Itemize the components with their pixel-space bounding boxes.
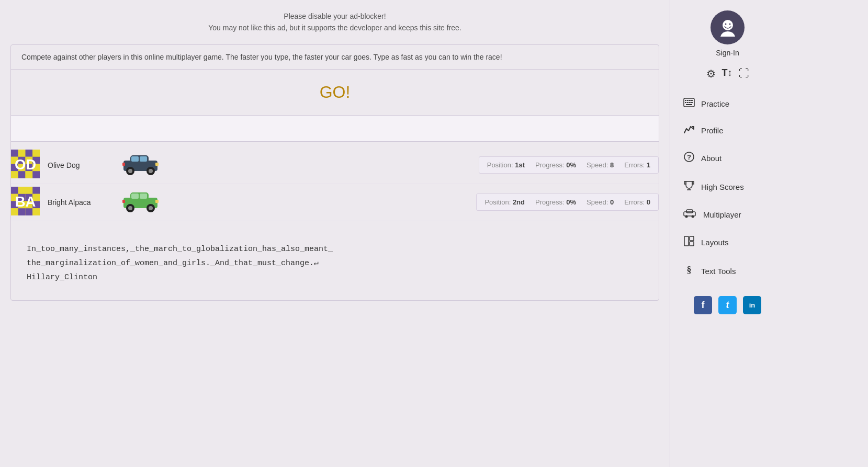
- toolbar-row: ⚙ T↕ ⛶: [706, 67, 749, 80]
- facebook-link[interactable]: f: [694, 296, 712, 314]
- racer-stats: Position: 1st Progress: 0% Speed: 8 Erro…: [479, 156, 659, 174]
- svg-point-75: [685, 215, 688, 218]
- svg-text:?: ?: [687, 153, 691, 161]
- sidebar-item-label: High Scores: [701, 183, 744, 191]
- svg-rect-78: [690, 236, 694, 241]
- linkedin-link[interactable]: in: [743, 296, 761, 314]
- layout-icon: [683, 235, 695, 249]
- linkedin-icon: in: [749, 301, 756, 309]
- sidebar-item-multiplayer[interactable]: Multiplayer: [670, 201, 785, 228]
- ad-line1: Please disable your ad-blocker!: [10, 10, 659, 22]
- sidebar-item-layouts[interactable]: Layouts: [670, 228, 785, 257]
- racer-stats: Position: 2nd Progress: 0% Speed: 0 Erro…: [476, 193, 659, 211]
- svg-rect-1: [11, 150, 18, 157]
- speed-stat: Speed: 8: [587, 161, 614, 169]
- typing-text[interactable]: In_too_many_instances,_the_march_to_glob…: [11, 226, 659, 300]
- progress-stat: Progress: 0%: [535, 198, 576, 206]
- svg-rect-4: [32, 150, 40, 157]
- progress-bar-area: [11, 116, 659, 142]
- svg-rect-2: [18, 150, 26, 157]
- progress-stat: Progress: 0%: [535, 161, 576, 169]
- svg-rect-26: [155, 163, 159, 166]
- avatar: BA: [11, 187, 42, 218]
- svg-point-51: [128, 206, 132, 210]
- sidebar-item-text-tools[interactable]: § Text Tools: [670, 257, 785, 286]
- svg-rect-21: [140, 156, 147, 162]
- svg-rect-65: [687, 102, 689, 103]
- text-size-icon[interactable]: T↕: [722, 67, 732, 80]
- svg-rect-62: [689, 100, 691, 101]
- svg-point-53: [149, 206, 153, 210]
- svg-rect-66: [689, 102, 691, 103]
- multiplayer-car-icon: [683, 209, 697, 221]
- svg-rect-3: [26, 150, 33, 157]
- svg-rect-79: [690, 242, 694, 246]
- sidebar-item-label: Multiplayer: [703, 210, 741, 219]
- sign-in-section[interactable]: Sign-In: [711, 10, 745, 57]
- nav-items: Practice Profile ? About: [670, 90, 785, 286]
- svg-rect-63: [691, 100, 693, 101]
- racer-name: Bright Alpaca: [48, 198, 121, 207]
- twitter-icon: t: [726, 300, 729, 311]
- svg-rect-54: [155, 200, 159, 203]
- svg-point-58: [729, 23, 730, 25]
- sidebar-item-about[interactable]: ? About: [670, 144, 785, 173]
- svg-rect-73: [684, 212, 695, 216]
- svg-rect-60: [685, 100, 686, 101]
- position-stat: Position: 1st: [487, 161, 525, 169]
- twitter-link[interactable]: t: [718, 296, 737, 314]
- svg-rect-61: [687, 100, 689, 101]
- game-container: Compete against other players in this on…: [10, 44, 659, 301]
- go-text: GO!: [11, 70, 659, 116]
- keyboard-icon: [683, 98, 695, 110]
- settings-icon[interactable]: ⚙: [706, 67, 716, 80]
- svg-text:§: §: [687, 265, 692, 275]
- speed-stat: Speed: 0: [587, 198, 614, 206]
- facebook-icon: f: [702, 300, 705, 311]
- sign-in-label: Sign-In: [716, 49, 739, 57]
- table-row: OD Olive Dog: [11, 147, 659, 184]
- fullscreen-icon[interactable]: ⛶: [739, 67, 749, 80]
- game-description: Compete against other players in this on…: [11, 45, 659, 70]
- svg-point-57: [725, 23, 726, 25]
- avatar: OD: [11, 150, 42, 181]
- text-tools-icon: §: [683, 264, 695, 278]
- sidebar-item-label: Practice: [701, 99, 729, 108]
- svg-rect-77: [684, 236, 689, 246]
- car-icon: [121, 188, 160, 217]
- trophy-icon: [683, 180, 695, 194]
- position-stat: Position: 2nd: [484, 198, 525, 206]
- svg-rect-48: [131, 193, 139, 199]
- svg-rect-31: [26, 187, 33, 194]
- errors-stat: Errors: 1: [624, 161, 650, 169]
- chart-icon: [683, 124, 695, 136]
- table-row: BA Bright Alpaca: [11, 184, 659, 221]
- svg-point-23: [128, 169, 132, 173]
- svg-rect-67: [691, 102, 693, 103]
- avatar-circle: [711, 10, 745, 44]
- svg-point-76: [692, 215, 694, 218]
- sidebar-item-high-scores[interactable]: High Scores: [670, 173, 785, 201]
- racer-name: Olive Dog: [48, 161, 121, 169]
- sidebar-item-label: Text Tools: [701, 267, 736, 276]
- svg-rect-20: [131, 156, 139, 162]
- sidebar-item-practice[interactable]: Practice: [670, 90, 785, 117]
- ad-line2: You may not like this ad, but it support…: [10, 22, 659, 33]
- svg-rect-27: [122, 163, 125, 166]
- question-icon: ?: [683, 151, 695, 165]
- sidebar-item-label: Profile: [701, 126, 724, 135]
- svg-rect-29: [11, 187, 18, 194]
- sidebar-item-profile[interactable]: Profile: [670, 117, 785, 144]
- svg-rect-55: [122, 200, 125, 203]
- svg-point-25: [149, 169, 153, 173]
- svg-rect-30: [18, 187, 26, 194]
- svg-rect-49: [140, 193, 147, 199]
- right-sidebar: Sign-In ⚙ T↕ ⛶: [670, 0, 785, 467]
- social-links: f t in: [694, 296, 761, 314]
- svg-point-56: [723, 20, 733, 30]
- svg-rect-64: [685, 102, 686, 103]
- errors-stat: Errors: 0: [624, 198, 650, 206]
- ad-banner: Please disable your ad-blocker! You may …: [10, 0, 659, 39]
- sidebar-item-label: About: [701, 154, 722, 163]
- svg-text:BA: BA: [15, 193, 36, 210]
